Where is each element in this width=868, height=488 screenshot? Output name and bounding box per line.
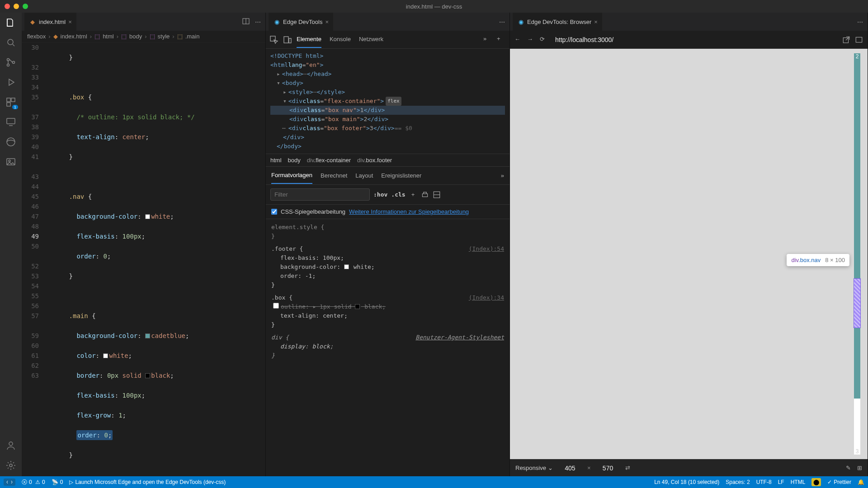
caret-right-icon[interactable]: ▸ xyxy=(283,88,287,97)
breadcrumb-item[interactable]: html xyxy=(103,33,114,40)
image-preview-icon[interactable] xyxy=(5,155,17,168)
status-go-live[interactable]: ⬤ xyxy=(811,478,821,486)
device-toggle-icon[interactable] xyxy=(283,35,292,44)
viewport-height-input[interactable] xyxy=(597,465,619,472)
dom-tree[interactable]: <!DOCTYPE html> <html lang="en"> ▸<head>… xyxy=(266,49,509,154)
source-link[interactable]: (Index):54 xyxy=(469,244,504,253)
forward-icon[interactable]: → xyxy=(527,36,535,44)
explorer-icon[interactable] xyxy=(5,16,17,29)
remote-indicator[interactable] xyxy=(4,479,15,486)
status-errors[interactable]: ⓧ 0 ⚠ 0 xyxy=(22,479,45,486)
open-external-icon[interactable] xyxy=(842,36,850,44)
split-editor-icon[interactable] xyxy=(241,16,251,28)
run-debug-icon[interactable] xyxy=(5,76,17,89)
reload-icon[interactable]: ⟳ xyxy=(540,36,548,44)
more-actions-icon[interactable]: ⋯ xyxy=(497,17,507,27)
dom-breadcrumb[interactable]: html body div.flex-container div.box.foo… xyxy=(266,154,509,167)
device-dropdown[interactable]: Responsive ⌄ xyxy=(515,465,553,471)
inspect-element-icon[interactable] xyxy=(269,35,278,44)
status-cursor[interactable]: Ln 49, Col 18 (10 selected) xyxy=(654,479,719,485)
maximize-window-icon[interactable] xyxy=(23,4,28,9)
style-rules[interactable]: element.style { } (Index):54.footer { fl… xyxy=(266,219,509,364)
more-style-tabs-icon[interactable]: » xyxy=(501,168,504,183)
status-spaces[interactable]: Spaces: 2 xyxy=(726,479,750,485)
rotate-icon[interactable]: ⇄ xyxy=(625,465,630,471)
minimize-window-icon[interactable] xyxy=(14,4,19,9)
search-icon[interactable] xyxy=(5,36,17,49)
cls-toggle[interactable]: .cls xyxy=(391,191,405,198)
tab-eventlisteners[interactable]: Ereignislistener xyxy=(381,168,421,183)
dom-node-main[interactable]: <div class="box main">2</div> xyxy=(270,115,505,124)
breadcrumb-item[interactable]: flexbox xyxy=(27,33,46,40)
browser-viewport[interactable]: 2 3 div.box.nav 8 × 100 xyxy=(510,49,868,459)
settings-gear-icon[interactable] xyxy=(5,459,17,472)
dom-node-footer[interactable]: ⋯<div class="box footer">3</div> == $0 xyxy=(270,124,505,133)
back-icon[interactable]: ← xyxy=(514,36,523,44)
more-actions-icon[interactable]: ⋯ xyxy=(855,17,865,27)
caret-right-icon[interactable]: ▸ xyxy=(277,70,280,79)
code-editor[interactable]: 30 32333435 3738394041 4344454647484950 … xyxy=(22,42,265,476)
status-notifications-icon[interactable]: 🔔 xyxy=(858,479,864,485)
viewport-width-input[interactable] xyxy=(559,465,581,472)
code-content[interactable]: } .box { /* outline: 1px solid black; */… xyxy=(46,42,265,476)
hov-toggle[interactable]: :hov xyxy=(373,191,387,198)
new-style-rule-icon[interactable]: + xyxy=(409,191,417,199)
mirror-link[interactable]: Weitere Informationen zur Spiegelbearbei… xyxy=(349,208,469,215)
status-eol[interactable]: LF xyxy=(778,479,784,485)
extensions-icon[interactable]: 1 xyxy=(5,96,17,108)
breadcrumb[interactable]: flexbox› ◆index.html› ⬚html› ⬚body› ⬚sty… xyxy=(22,31,265,42)
tab-styles[interactable]: Formatvorlagen xyxy=(271,167,312,184)
filter-input[interactable] xyxy=(270,188,370,201)
element-style-selector[interactable]: element.style { xyxy=(271,224,324,230)
eyedropper-icon[interactable]: ✎ xyxy=(846,465,851,471)
toggle-print-icon[interactable] xyxy=(421,191,429,199)
remote-explorer-icon[interactable] xyxy=(5,116,17,128)
crumb-body[interactable]: body xyxy=(288,157,301,164)
svg-point-8 xyxy=(7,138,15,146)
close-icon[interactable]: × xyxy=(594,19,598,25)
more-actions-icon[interactable]: ⋯ xyxy=(253,17,263,27)
tab-console[interactable]: Konsole xyxy=(330,31,351,48)
crumb-html[interactable]: html xyxy=(270,157,282,164)
source-control-icon[interactable] xyxy=(5,56,17,69)
rule-enable-checkbox[interactable] xyxy=(273,303,279,309)
tab-index-html[interactable]: ◆ index.html × xyxy=(24,13,76,31)
tab-layout[interactable]: Layout xyxy=(355,168,373,183)
status-ports[interactable]: 📡 0 xyxy=(52,479,63,485)
svg-rect-15 xyxy=(284,37,288,43)
close-window-icon[interactable] xyxy=(5,4,10,9)
computed-toggle-icon[interactable] xyxy=(433,191,441,199)
screencast-toggle-icon[interactable] xyxy=(855,36,863,44)
breadcrumb-item[interactable]: style xyxy=(158,33,170,40)
status-encoding[interactable]: UTF-8 xyxy=(756,479,772,485)
url-bar[interactable]: http://localhost:3000/ xyxy=(552,34,838,45)
status-launch-msg[interactable]: ▷ Launch Microsoft Edge and open the Edg… xyxy=(69,479,226,485)
caret-down-icon[interactable]: ▾ xyxy=(283,97,287,106)
flex-badge[interactable]: flex xyxy=(386,97,401,106)
breadcrumb-item[interactable]: index.html xyxy=(61,33,87,40)
rule-footer[interactable]: .footer { xyxy=(271,245,303,252)
edge-tools-icon[interactable] xyxy=(5,136,17,148)
add-tab-icon[interactable]: + xyxy=(497,35,506,44)
breadcrumb-item[interactable]: body xyxy=(129,33,142,40)
status-language[interactable]: HTML xyxy=(791,479,806,485)
breadcrumb-item[interactable]: .main xyxy=(185,33,200,40)
extensions-badge: 1 xyxy=(12,105,18,109)
close-icon[interactable]: × xyxy=(325,19,329,25)
viewport-settings-icon[interactable]: ⊞ xyxy=(857,465,862,471)
accounts-icon[interactable] xyxy=(5,439,17,452)
tab-elements[interactable]: Elemente xyxy=(297,31,321,48)
dom-node-nav[interactable]: <div class="box nav">1</div> xyxy=(270,106,505,115)
close-icon[interactable]: × xyxy=(68,19,72,25)
tab-network[interactable]: Netzwerk xyxy=(359,31,383,48)
caret-down-icon[interactable]: ▾ xyxy=(277,79,280,88)
source-link[interactable]: (Index):34 xyxy=(469,293,504,302)
tab-edge-devtools[interactable]: ◉ Edge DevTools × xyxy=(269,13,333,31)
status-prettier[interactable]: ✓ Prettier xyxy=(827,479,851,485)
tab-computed[interactable]: Berechnet xyxy=(321,168,347,183)
mirror-checkbox[interactable] xyxy=(271,209,277,215)
rule-box[interactable]: .box { xyxy=(271,294,292,301)
more-tabs-icon[interactable]: » xyxy=(483,35,492,44)
ellipsis-icon[interactable]: ⋯ xyxy=(282,124,286,133)
tab-edge-browser[interactable]: ◉ Edge DevTools: Browser × xyxy=(513,13,602,31)
